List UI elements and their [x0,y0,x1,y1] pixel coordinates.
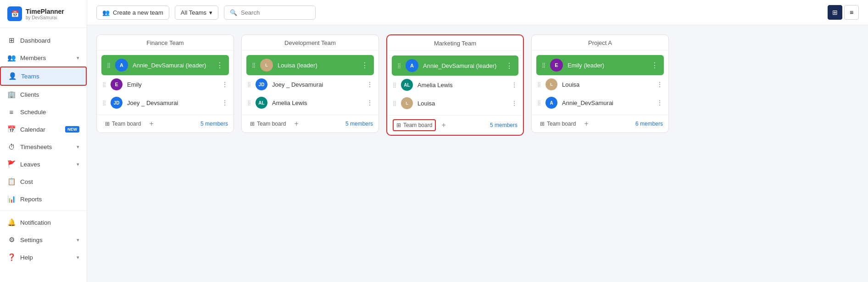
drag-handle-icon[interactable]: ⣿ [247,82,251,88]
avatar-amelia-mkt: AL [401,79,413,91]
sidebar-item-timesheets[interactable]: ⏱ Timesheets ▾ [0,138,87,155]
sidebar-label-dashboard: Dashboard [20,37,79,44]
search-box[interactable]: 🔍 [224,6,316,20]
sidebar-label-reports: Reports [20,196,79,203]
sidebar-label-help: Help [20,254,72,261]
member-name-amelia-dev: Amelia Lewis [272,100,362,106]
list-view-button[interactable]: ≡ [844,5,859,20]
add-board-button-finance[interactable]: + [146,119,156,129]
drag-handle-icon[interactable]: ⣿ [247,100,251,106]
chevron-down-icon: ▾ [77,254,79,260]
sidebar-item-settings[interactable]: ⚙ Settings ▾ [0,231,87,249]
drag-handle-icon[interactable]: ⣿ [102,82,106,88]
add-board-button-marketing[interactable]: + [439,120,448,130]
more-options-icon[interactable]: ⋮ [511,100,517,107]
sidebar-item-schedule[interactable]: ≡ Schedule [0,103,87,121]
board-label-finance: Team board [112,121,141,127]
more-options-icon[interactable]: ⋮ [216,61,223,70]
avatar-amelia-dev: AL [256,97,267,109]
notification-icon: 🔔 [7,218,16,227]
leader-row-projecta: ⣿ E Emily (leader) ⋮ [536,55,664,75]
board-icon: ⊞ [540,121,545,127]
member-row-annie-proj: ⣿ A Annie_DevSamurai ⋮ [532,94,668,112]
sidebar-label-cost: Cost [20,178,79,185]
settings-icon: ⚙ [7,236,16,244]
member-row-emily: ⣿ E Emily ⋮ [97,75,234,94]
avatar-louisa-mkt: L [401,97,413,109]
members-count-marketing[interactable]: 5 members [490,122,517,128]
members-count-projecta[interactable]: 6 members [635,121,663,127]
more-options-icon[interactable]: ⋮ [367,81,373,88]
more-options-icon[interactable]: ⋮ [506,61,513,70]
member-row-louisa-mkt: ⣿ L Louisa ⋮ [387,94,523,112]
sidebar-label-leaves: Leaves [20,161,72,168]
team-title-projecta: Project A [532,35,668,50]
leader-row-development: ⣿ L Louisa (leader) ⋮ [246,55,374,75]
all-teams-dropdown[interactable]: All Teams ▾ [175,6,218,20]
avatar-annie-marketing: A [406,59,418,72]
sidebar-item-leaves[interactable]: 🚩 Leaves ▾ [0,155,87,173]
drag-handle-icon[interactable]: ⣿ [252,62,256,68]
search-input[interactable] [241,9,310,16]
team-title-marketing: Marketing Team [387,35,523,51]
more-options-icon[interactable]: ⋮ [222,81,228,88]
team-board-link-marketing[interactable]: ⊞ Team board [393,119,436,131]
create-button-label: Create a new team [113,9,163,16]
avatar-annie-finance: A [115,59,128,72]
member-name-emily: Emily [127,81,217,88]
team-board-link-development[interactable]: ⊞ Team board [247,119,289,129]
sidebar-item-clients[interactable]: 🏢 Clients [0,86,87,103]
grid-view-button[interactable]: ⊞ [828,5,842,20]
members-count-finance[interactable]: 5 members [200,121,228,127]
team-card-finance: Finance Team ⣿ A Annie_DevSamurai (leade… [96,34,234,133]
drag-handle-icon[interactable]: ⣿ [537,82,541,88]
drag-handle-icon[interactable]: ⣿ [107,62,111,68]
board-icon: ⊞ [105,121,110,127]
add-board-button-projecta[interactable]: + [581,119,591,129]
team-board-link-projecta[interactable]: ⊞ Team board [537,119,579,129]
drag-handle-icon[interactable]: ⣿ [102,100,106,106]
app-sub: by DevSamurai [26,15,64,20]
member-row-amelia-dev: ⣿ AL Amelia Lewis ⋮ [242,94,378,112]
timesheets-icon: ⏱ [7,143,16,151]
more-options-icon[interactable]: ⋮ [367,99,373,106]
sidebar-item-notification[interactable]: 🔔 Notification [0,214,87,231]
members-count-development[interactable]: 5 members [345,121,373,127]
drag-handle-icon[interactable]: ⣿ [393,82,396,88]
drag-handle-icon[interactable]: ⣿ [393,100,396,106]
sidebar-label-schedule: Schedule [20,109,79,116]
add-team-icon: 👥 [102,9,110,16]
sidebar-item-dashboard[interactable]: ⊞ Dashboard [0,32,87,49]
add-board-button-development[interactable]: + [291,119,301,129]
chevron-down-icon: ▾ [77,55,79,61]
sidebar-label-calendar: Calendar [20,126,61,133]
leader-name-projecta: Emily (leader) [568,62,646,69]
all-teams-label: All Teams [181,9,206,16]
new-badge: NEW [65,126,79,133]
avatar-emily-leader: E [550,59,563,72]
sidebar-label-settings: Settings [20,237,72,243]
more-options-icon[interactable]: ⋮ [511,81,517,88]
sidebar-item-cost[interactable]: 📋 Cost [0,173,87,190]
sidebar-item-calendar[interactable]: 📅 Calendar NEW [0,121,87,138]
create-new-team-button[interactable]: 👥 Create a new team [96,6,169,20]
sidebar-label-timesheets: Timesheets [20,144,72,150]
more-options-icon[interactable]: ⋮ [657,81,663,88]
team-board-link-finance[interactable]: ⊞ Team board [102,119,144,129]
more-options-icon[interactable]: ⋮ [651,61,658,70]
sidebar-item-help[interactable]: ❓ Help ▾ [0,249,87,266]
sidebar-item-members[interactable]: 👥 Members ▾ [0,49,87,66]
leader-name-marketing: Annie_DevSamurai (leader) [423,62,501,69]
drag-handle-icon[interactable]: ⣿ [397,63,401,69]
leader-name-development: Louisa (leader) [278,62,356,69]
more-options-icon[interactable]: ⋮ [657,99,663,106]
drag-handle-icon[interactable]: ⣿ [542,62,545,68]
drag-handle-icon[interactable]: ⣿ [537,100,541,106]
page-header: 👥 Create a new team All Teams ▾ 🔍 ⊞ ≡ [87,0,868,25]
sidebar-item-teams[interactable]: 👤 Teams [0,66,87,86]
sidebar-label-teams: Teams [21,73,78,80]
leaves-icon: 🚩 [7,160,16,168]
more-options-icon[interactable]: ⋮ [361,61,368,70]
sidebar-item-reports[interactable]: 📊 Reports [0,190,87,208]
more-options-icon[interactable]: ⋮ [222,99,228,106]
